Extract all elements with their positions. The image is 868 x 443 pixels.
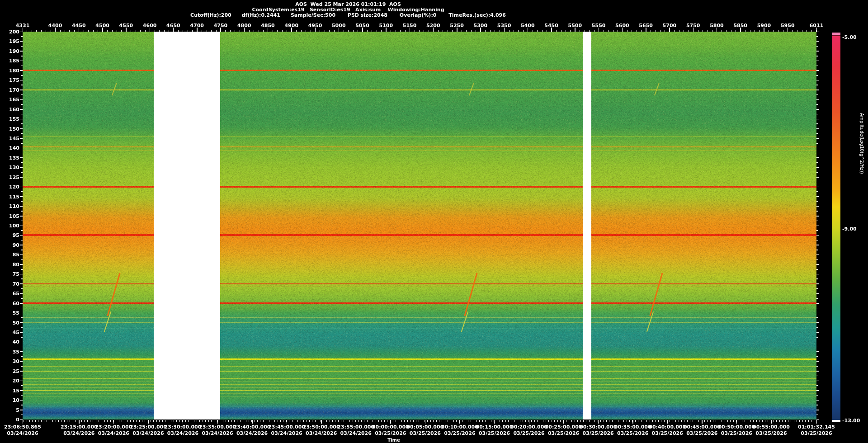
major-tick (321, 420, 322, 424)
major-tick (816, 400, 819, 401)
date-value: 03/24/2026 (95, 430, 132, 437)
major-tick (816, 148, 819, 149)
minor-tick (139, 420, 140, 422)
major-tick (816, 420, 817, 424)
minor-tick (736, 420, 736, 422)
minor-tick (739, 420, 739, 422)
colorbar-title: Amplitude(Log10(g^2/Hz)) (859, 113, 864, 339)
date-value: 03/25/2026 (476, 430, 513, 437)
minor-tick (289, 420, 289, 422)
minor-tick (243, 420, 243, 422)
minor-tick (575, 420, 575, 422)
major-tick (816, 351, 819, 352)
spectrogram-canvas[interactable] (23, 32, 816, 419)
time-label: 00:20:00.00003/25/2026 (510, 424, 547, 437)
minor-tick (816, 327, 818, 328)
frequency-label: 45 (13, 329, 19, 335)
minor-tick (794, 420, 794, 422)
major-tick (816, 41, 819, 42)
minor-tick (56, 420, 56, 422)
colorbar-gradient (832, 36, 840, 420)
minor-tick (307, 420, 307, 422)
minor-tick (748, 420, 748, 422)
minor-tick (673, 420, 673, 422)
time-value: 00:25:00.000 (545, 424, 582, 430)
minor-tick (623, 420, 624, 422)
time-value: 00:15:00.000 (476, 424, 513, 430)
minor-tick (422, 420, 422, 422)
minor-tick (151, 420, 151, 422)
time-label: 23:20:00.00003/24/2026 (95, 424, 132, 437)
minor-tick (725, 420, 725, 422)
frequency-label: 110 (9, 203, 19, 209)
frequency-label: 40 (13, 339, 19, 345)
major-tick (816, 303, 819, 304)
minor-tick (436, 420, 437, 422)
minor-tick (816, 36, 818, 37)
minor-tick (321, 420, 321, 422)
time-value: 00:55:00.000 (753, 424, 790, 430)
minor-tick (497, 420, 497, 422)
minor-tick (537, 420, 538, 422)
minor-tick (756, 420, 757, 422)
minor-tick (816, 317, 818, 318)
minor-tick (554, 420, 555, 422)
frequency-label: 50 (13, 320, 19, 325)
minor-tick (816, 259, 818, 260)
frequency-label: 35 (13, 349, 19, 354)
time-value: 23:15:00.000 (61, 424, 98, 430)
minor-tick (742, 420, 742, 422)
minor-tick (81, 420, 82, 422)
minor-tick (153, 420, 154, 422)
minor-tick (191, 420, 191, 422)
major-tick (816, 128, 819, 129)
date-value: 03/25/2026 (798, 430, 835, 437)
minor-tick (52, 420, 53, 422)
minor-tick (698, 420, 699, 422)
minor-tick (523, 420, 523, 422)
frequency-label: 25 (13, 368, 19, 374)
minor-tick (704, 420, 705, 422)
date-value: 03/25/2026 (614, 430, 651, 437)
frequency-label: 165 (9, 97, 19, 103)
time-label: 00:40:00.00003/25/2026 (649, 424, 686, 437)
minor-tick (583, 420, 584, 422)
minor-tick (330, 420, 330, 422)
minor-tick (312, 420, 312, 422)
frequency-label: 75 (13, 271, 19, 277)
major-tick (816, 322, 819, 323)
minor-tick (693, 420, 693, 422)
frequency-label: 10 (13, 397, 19, 403)
minor-tick (566, 420, 566, 422)
minor-tick (125, 420, 125, 422)
time-label: 00:35:00.00003/25/2026 (614, 424, 651, 437)
time-label: 00:00:00.00003/25/2026 (372, 424, 409, 437)
minor-tick (482, 420, 483, 422)
minor-tick (185, 420, 186, 422)
colorbar-tick-label: -5.00 (842, 34, 857, 40)
minor-tick (629, 420, 630, 422)
minor-tick (816, 240, 818, 241)
frequency-label: 125 (9, 174, 19, 180)
frequency-label: 30 (13, 358, 19, 364)
minor-tick (543, 420, 543, 422)
minor-tick (407, 420, 408, 422)
time-label: 23:25:00.00003/24/2026 (130, 424, 167, 437)
minor-tick (681, 420, 682, 422)
time-value: 23:06:50.865 (4, 424, 41, 430)
minor-tick (240, 420, 241, 422)
minor-tick (563, 420, 563, 422)
minor-tick (782, 420, 783, 422)
minor-tick (679, 420, 679, 422)
frequency-label: 5 (16, 407, 19, 413)
time-value: 00:05:00.000 (406, 424, 443, 430)
frequency-label: 200 (9, 29, 19, 35)
minor-tick (44, 420, 44, 422)
time-value: 00:50:00.000 (718, 424, 755, 430)
minor-tick (548, 420, 549, 422)
minor-tick (136, 420, 137, 422)
frequency-label: 155 (9, 116, 19, 122)
date-value: 03/25/2026 (718, 430, 755, 437)
minor-tick (511, 420, 511, 422)
minor-tick (427, 420, 428, 422)
